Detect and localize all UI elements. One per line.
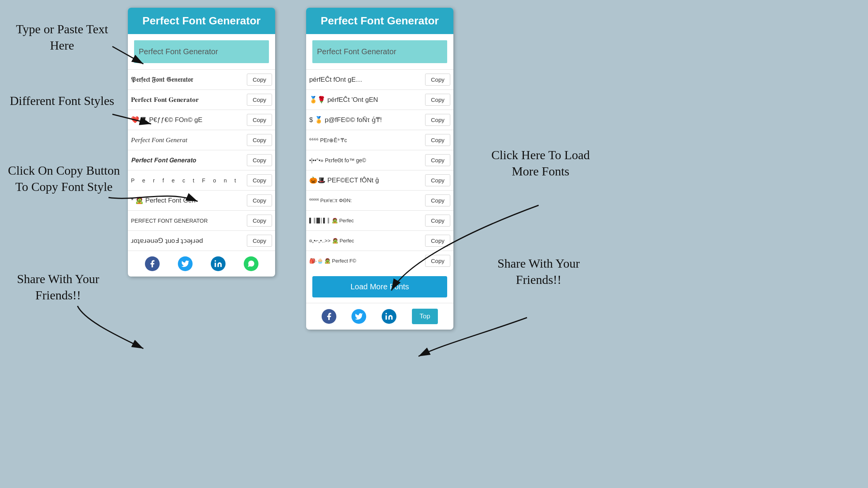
svg-point-0 bbox=[214, 260, 216, 262]
phone1-title: Perfect Font Generator bbox=[134, 15, 269, 27]
font-text-p8: ¤„•⌐„•..>> 🧟 Perfec bbox=[309, 238, 425, 244]
font-row-9: ɹoʇɐɹǝuǝ⅁ ʇuoℲ ʇɔǝɟɹǝd Copy bbox=[128, 230, 275, 251]
font-row-7: * 🧟 Perfect Font Gen Copy bbox=[128, 190, 275, 210]
copy-button-3[interactable]: Copy bbox=[247, 114, 272, 126]
copy-button-9[interactable]: Copy bbox=[247, 235, 272, 247]
phone2-linkedin-button[interactable] bbox=[382, 309, 396, 324]
font-row-8: PERFECT FONT GENERATOR Copy bbox=[128, 210, 275, 230]
annotation-load-more: Click Here To Load More Fonts bbox=[480, 147, 601, 179]
copy-button-p4[interactable]: Copy bbox=[425, 154, 450, 166]
copy-button-p9[interactable]: Copy bbox=[425, 255, 450, 267]
font-row-p3: ⁶⁶⁶⁶ ΡΕr⊕Ēᵃ ₸c Copy bbox=[306, 130, 453, 150]
phone2-title: Perfect Font Generator bbox=[312, 15, 447, 27]
font-text-bold: 𝐏𝐞𝐫𝐟𝐞𝐜𝐭 𝐅𝐨𝐧𝐭 𝐆𝐞𝐧𝐞𝐫𝐚𝐭𝐨𝐫 bbox=[131, 96, 247, 104]
copy-button-4[interactable]: Copy bbox=[247, 134, 272, 146]
font-row-p2: $ 🏅 p@fFE©© foŇτ ǵ₸! Copy bbox=[306, 110, 453, 130]
copy-button-1[interactable]: Copy bbox=[247, 74, 272, 86]
copy-button-p1[interactable]: Copy bbox=[425, 94, 450, 106]
font-text-upper: PERFECT FONT GENERATOR bbox=[131, 218, 247, 224]
font-text-italic: Perfect Font Generat bbox=[131, 136, 247, 144]
copy-button-p6[interactable]: Copy bbox=[425, 194, 450, 206]
copy-button-5[interactable]: Copy bbox=[247, 154, 272, 166]
phone2-twitter-button[interactable] bbox=[351, 309, 366, 324]
copy-button-p7[interactable]: Copy bbox=[425, 215, 450, 227]
font-row-p5: 🎃🎩 ΡΕF©ΕCΤ fÔNt ğ Copy bbox=[306, 170, 453, 190]
copy-button-p8[interactable]: Copy bbox=[425, 235, 450, 247]
font-row-1: 𝔓𝔢𝔯𝔣𝔢𝔠𝔱 𝔉𝔬𝔫𝔱 𝔊𝔢𝔫𝔢𝔯𝔞𝔱𝔬𝔯 Copy bbox=[128, 69, 275, 89]
font-text-p5: 🎃🎩 ΡΕF©ΕCΤ fÔNt ğ bbox=[309, 176, 425, 184]
copy-button-p2[interactable]: Copy bbox=[425, 114, 450, 126]
svg-point-1 bbox=[386, 313, 387, 314]
twitter-share-button[interactable] bbox=[178, 256, 193, 271]
font-text-partial: pérfEĈt fOnt gE… bbox=[309, 76, 425, 84]
annotation-type-paste: Type or Paste Text Here bbox=[8, 21, 116, 53]
copy-button-6[interactable]: Copy bbox=[247, 174, 272, 186]
top-button[interactable]: Top bbox=[412, 309, 438, 324]
font-text-p4: •|••°•» PεrfeΘt fo™ ge© bbox=[309, 157, 425, 163]
font-row-3: ❤️🎩 P€ƒƒ€© FOn© gE Copy bbox=[128, 110, 275, 130]
font-text-fraktur: 𝔓𝔢𝔯𝔣𝔢𝔠𝔱 𝔉𝔬𝔫𝔱 𝔊𝔢𝔫𝔢𝔯𝔞𝔱𝔬𝔯 bbox=[131, 76, 247, 84]
phone1-social-bar bbox=[128, 251, 275, 277]
phone1-header: Perfect Font Generator bbox=[128, 8, 275, 34]
phone-1: Perfect Font Generator 𝔓𝔢𝔯𝔣𝔢𝔠𝔱 𝔉𝔬𝔫𝔱 𝔊𝔢𝔫𝔢… bbox=[128, 8, 275, 277]
copy-button-8[interactable]: Copy bbox=[247, 215, 272, 227]
phone2-text-input[interactable] bbox=[312, 40, 447, 63]
font-text-p6: ⁶⁶⁶⁶⁶ Ρεя'е□τ ΦΘΝ: bbox=[309, 198, 425, 203]
font-text-p2: $ 🏅 p@fFE©© foŇτ ǵ₸! bbox=[309, 116, 425, 124]
font-row-6: P e r f e c t F o n t Copy bbox=[128, 170, 275, 190]
linkedin-share-button[interactable] bbox=[211, 256, 226, 271]
copy-button-p3[interactable]: Copy bbox=[425, 134, 450, 146]
annotation-click-copy: Click On Copy Button To Copy Font Style bbox=[8, 163, 120, 195]
font-row-2: 𝐏𝐞𝐫𝐟𝐞𝐜𝐭 𝐅𝐨𝐧𝐭 𝐆𝐞𝐧𝐞𝐫𝐚𝐭𝐨𝐫 Copy bbox=[128, 89, 275, 110]
font-text-p3: ⁶⁶⁶⁶ ΡΕr⊕Ēᵃ ₸c bbox=[309, 137, 425, 143]
font-text-emoji1: ❤️🎩 P€ƒƒ€© FOn© gE bbox=[131, 116, 247, 124]
whatsapp-share-button[interactable] bbox=[244, 256, 258, 271]
font-row-p4: •|••°•» PεrfeΘt fo™ ge© Copy bbox=[306, 150, 453, 170]
phone2-social-bar: Top bbox=[306, 303, 453, 330]
annotation-share-left: Share With Your Friends!! bbox=[8, 271, 108, 303]
copy-button-p0[interactable]: Copy bbox=[425, 74, 450, 86]
font-row-4: Perfect Font Generat Copy bbox=[128, 130, 275, 150]
font-text-p9: 🎒·🧁 🧟 Perfect F© bbox=[309, 258, 425, 264]
font-row-p9: 🎒·🧁 🧟 Perfect F© Copy bbox=[306, 251, 453, 271]
font-text-bold-italic: 𝙋𝙚𝙧𝙛𝙚𝙘𝙩 𝙁𝙤𝙣𝙩 𝙂𝙚𝙣𝙚𝙧𝙖𝙩𝙤 bbox=[131, 156, 247, 164]
font-text-emoji2: * 🧟 Perfect Font Gen bbox=[131, 196, 247, 204]
copy-button-2[interactable]: Copy bbox=[247, 94, 272, 106]
font-text-spaced: P e r f e c t F o n t bbox=[131, 177, 247, 184]
facebook-share-button[interactable] bbox=[145, 256, 160, 271]
copy-button-7[interactable]: Copy bbox=[247, 194, 272, 206]
font-row-5: 𝙋𝙚𝙧𝙛𝙚𝙘𝙩 𝙁𝙤𝙣𝙩 𝙂𝙚𝙣𝙚𝙧𝙖𝙩𝙤 Copy bbox=[128, 150, 275, 170]
copy-button-p5[interactable]: Copy bbox=[425, 174, 450, 186]
annotation-share-right: Share With Your Friends!! bbox=[484, 256, 593, 288]
font-text-p7: ▌║█│▌║ 🧟 Perfec bbox=[309, 218, 425, 223]
font-text-p1: 🏅🌹 pérfEĈt 'Ont gEN bbox=[309, 96, 425, 104]
font-row-p8: ¤„•⌐„•..>> 🧟 Perfec Copy bbox=[306, 230, 453, 251]
font-row-p0: pérfEĈt fOnt gE… Copy bbox=[306, 69, 453, 89]
annotation-different-fonts: Different Font Styles bbox=[8, 93, 116, 109]
load-more-button[interactable]: Load More Fonts bbox=[312, 276, 447, 297]
phone1-text-input[interactable] bbox=[134, 40, 269, 63]
font-text-reversed: ɹoʇɐɹǝuǝ⅁ ʇuoℲ ʇɔǝɟɹǝd bbox=[131, 237, 247, 245]
phone-2: Perfect Font Generator pérfEĈt fOnt gE… … bbox=[306, 8, 453, 330]
font-row-p1: 🏅🌹 pérfEĈt 'Ont gEN Copy bbox=[306, 89, 453, 110]
font-row-p7: ▌║█│▌║ 🧟 Perfec Copy bbox=[306, 210, 453, 230]
phone2-facebook-button[interactable] bbox=[322, 309, 336, 324]
phone2-header: Perfect Font Generator bbox=[306, 8, 453, 34]
font-row-p6: ⁶⁶⁶⁶⁶ Ρεя'е□τ ΦΘΝ: Copy bbox=[306, 190, 453, 210]
